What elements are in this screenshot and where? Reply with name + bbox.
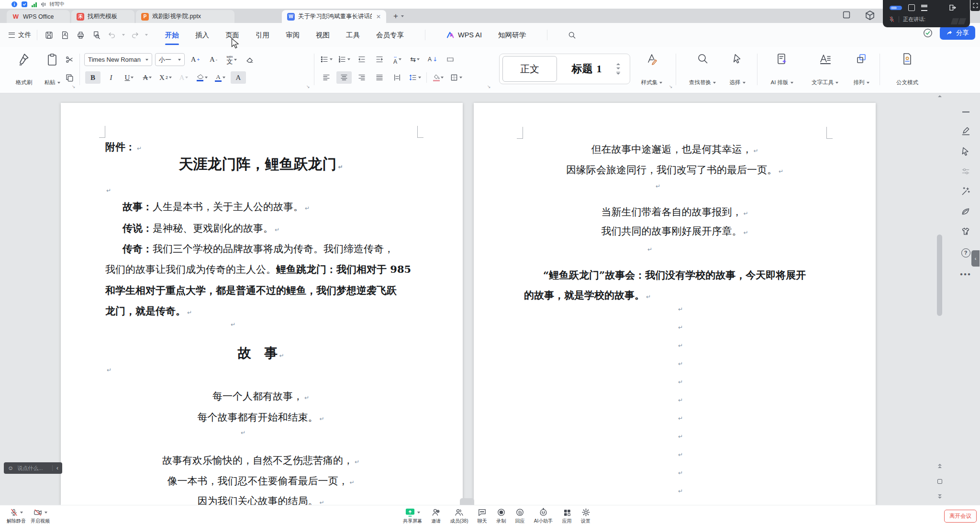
page-2[interactable]: 但在故事中途邂逅，也是何其幸运，↵ 因缘际会旅途同行，我们改写了书的最后一页。↵… bbox=[474, 103, 876, 505]
vertical-scrollbar-thumb[interactable] bbox=[937, 235, 942, 316]
doc-line[interactable]: 我们的故事让我们成为传奇的主人公。鲤鱼跳龙门：我们相对于 985 bbox=[105, 262, 416, 277]
unmute-button[interactable]: 解除静音 bbox=[7, 508, 26, 525]
tab-presentation[interactable]: P 戏剧影视学院.pptx bbox=[136, 10, 234, 23]
doc-line[interactable]: 传说：是神秘、更戏剧化的故事。↵ bbox=[105, 221, 416, 237]
meeting-chat-pill[interactable]: ☺ 说点什么... ‹ bbox=[4, 462, 62, 474]
apps-box-icon[interactable] bbox=[864, 10, 876, 21]
underline-button[interactable]: U bbox=[122, 71, 137, 84]
doc-line[interactable]: “鲤鱼跃龙门”故事会：我们没有学校的故事，今天即将展开 bbox=[524, 268, 825, 282]
chat-button[interactable]: 聊天 bbox=[478, 508, 487, 525]
collapse-dash-icon[interactable] bbox=[958, 104, 974, 120]
doc-line[interactable]: 传奇：我们三个学校的品牌故事将成为传奇。我们缔造传奇， bbox=[105, 242, 416, 256]
share-screen-button[interactable]: 共享屏幕 bbox=[403, 508, 422, 525]
scroll-up-arrow[interactable] bbox=[936, 95, 944, 97]
arrange-button[interactable]: 排列 bbox=[848, 53, 875, 86]
doc-line[interactable]: 像一本书，我们忍不住要偷看最后一页，↵ bbox=[105, 474, 416, 490]
tab-wps-ai[interactable]: WPS AI bbox=[445, 29, 483, 41]
increase-indent-button[interactable] bbox=[372, 53, 387, 66]
print-preview-button[interactable] bbox=[90, 29, 102, 41]
find-replace-button[interactable]: 查找替换 bbox=[683, 53, 722, 86]
font-group-expander[interactable]: ↘ bbox=[306, 84, 310, 89]
leave-meeting-button[interactable]: 离开会议 bbox=[944, 510, 977, 523]
panel-mic-muted-icon[interactable] bbox=[889, 16, 895, 23]
borders-button[interactable] bbox=[448, 71, 464, 84]
doc-title[interactable]: 天涯龙门阵，鲤鱼跃龙门↵ bbox=[105, 155, 416, 177]
doc-line[interactable]: 龙门，就是传奇。↵ bbox=[105, 304, 416, 320]
new-tab-button[interactable]: + bbox=[393, 11, 398, 21]
tab-view[interactable]: 视图 bbox=[315, 29, 331, 42]
numbered-list-button[interactable] bbox=[336, 53, 352, 66]
paste-button[interactable]: 粘贴 bbox=[41, 53, 63, 86]
tab-wps-home[interactable]: W WPS Office bbox=[7, 10, 70, 23]
paragraph-layout-button[interactable] bbox=[443, 53, 458, 66]
print-button[interactable] bbox=[75, 29, 86, 41]
doc-line[interactable]: 但在故事中途邂逅，也是何其幸运，↵ bbox=[524, 142, 825, 158]
style-group-expander[interactable]: ↘ bbox=[669, 84, 673, 89]
decrease-font-button[interactable]: A- bbox=[206, 54, 221, 66]
phonetic-guide-button[interactable]: wén文 bbox=[224, 54, 239, 66]
panel-menu-icon[interactable] bbox=[921, 5, 927, 11]
share-button[interactable]: 分享 bbox=[940, 26, 975, 40]
next-page-button[interactable] bbox=[936, 494, 944, 499]
tab-tools[interactable]: 工具 bbox=[345, 29, 361, 42]
doc-heading[interactable]: 故 事↵ bbox=[105, 344, 416, 365]
tab-member-exclusive[interactable]: 会员专享 bbox=[375, 29, 405, 42]
justify-button[interactable] bbox=[372, 71, 387, 84]
magic-wand-icon[interactable] bbox=[958, 183, 974, 200]
camera-options-chevron-icon[interactable] bbox=[45, 512, 47, 514]
tab-home[interactable]: 开始 bbox=[164, 29, 180, 42]
copy-button[interactable] bbox=[65, 73, 74, 82]
tab-list-chevron-icon[interactable] bbox=[401, 15, 404, 17]
style-scroll-up-icon[interactable] bbox=[616, 63, 620, 65]
file-menu[interactable]: 文件 bbox=[9, 31, 31, 39]
undo-button[interactable] bbox=[106, 29, 118, 41]
chat-input-placeholder[interactable]: 说点什么... bbox=[17, 465, 48, 472]
start-video-button[interactable]: 开启视频 bbox=[31, 508, 50, 525]
doc-line[interactable]: 和学生相对于重点大学，都是普通不过的鲤鱼，我们梦想逆袭飞跃 bbox=[105, 283, 416, 298]
invite-button[interactable]: 邀请 bbox=[431, 508, 441, 525]
browse-object-button[interactable] bbox=[936, 479, 944, 484]
align-right-button[interactable] bbox=[354, 71, 369, 84]
reaction-button[interactable]: 回应 bbox=[515, 508, 525, 525]
previous-page-button[interactable] bbox=[936, 464, 944, 468]
line-spacing-button[interactable] bbox=[407, 71, 423, 84]
doc-line[interactable]: 的故事，就是学校的故事。↵ bbox=[524, 288, 825, 304]
doc-line[interactable]: 我们共同的故事刚好展开序章。↵ bbox=[524, 224, 825, 240]
pointer-tool-icon[interactable] bbox=[958, 143, 974, 159]
page-1[interactable]: 附件：↵ 天涯龙门阵，鲤鱼跃龙门↵ ↵ 故事：人生是本书，关于主人公的故事。↵ … bbox=[61, 103, 463, 505]
shading-button[interactable] bbox=[431, 71, 446, 84]
window-restore-icon[interactable] bbox=[841, 10, 852, 21]
doc-line[interactable]: 每一个人都有故事，↵ bbox=[105, 389, 416, 405]
tab-notice-document[interactable]: W 关于学习彭鸿斌董事长讲话的通知 ✕ bbox=[282, 10, 386, 23]
properties-sliders-icon[interactable] bbox=[958, 163, 974, 179]
window-mode-icon[interactable] bbox=[908, 4, 915, 11]
clipboard-group-expander[interactable]: ↘ bbox=[72, 84, 76, 89]
record-button[interactable]: 录制 bbox=[496, 508, 506, 525]
tab-reference[interactable]: 引用 bbox=[255, 29, 270, 42]
ai-helper-button[interactable]: AI小助手 bbox=[534, 508, 553, 525]
style-scroll-down-icon[interactable] bbox=[616, 67, 620, 69]
italic-button[interactable]: I bbox=[103, 71, 119, 84]
cloud-saved-icon[interactable] bbox=[923, 28, 933, 38]
more-options-icon[interactable]: ●●● bbox=[958, 266, 974, 282]
collapse-left-icon[interactable]: ‹ bbox=[56, 465, 58, 471]
distribute-button[interactable] bbox=[390, 71, 405, 84]
character-scale-button[interactable]: ↔A bbox=[390, 53, 405, 66]
tab-insert[interactable]: 插入 bbox=[194, 29, 210, 42]
apps-button[interactable]: 应用 bbox=[562, 508, 572, 525]
decrease-indent-button[interactable] bbox=[354, 53, 369, 66]
align-left-button[interactable] bbox=[319, 71, 334, 84]
style-heading1[interactable]: 标题 1 bbox=[560, 56, 613, 81]
doc-line[interactable]: 当新生们带着各自的故事报到，↵ bbox=[524, 205, 825, 221]
search-icon[interactable] bbox=[568, 31, 576, 39]
align-center-button[interactable] bbox=[336, 71, 352, 84]
strikethrough-button[interactable]: A bbox=[140, 71, 155, 84]
cut-button[interactable] bbox=[65, 55, 74, 64]
tab-review[interactable]: 审阅 bbox=[285, 29, 301, 42]
members-button[interactable]: 成员(38) bbox=[450, 508, 468, 525]
doc-line[interactable]: 故事有欢乐愉快的，自然不乏伤悲苦痛的，↵ bbox=[105, 453, 416, 469]
font-name-select[interactable]: Times New Roman bbox=[84, 53, 152, 66]
eco-reading-icon[interactable] bbox=[958, 203, 974, 220]
save-button[interactable] bbox=[43, 29, 55, 41]
doc-line[interactable]: 故事：人生是本书，关于主人公的故事。↵ bbox=[105, 200, 416, 215]
